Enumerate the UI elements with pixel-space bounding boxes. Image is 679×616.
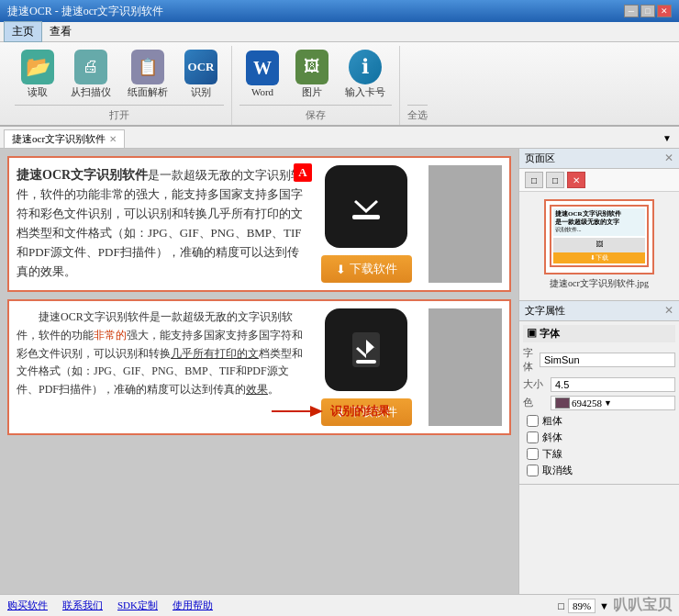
doc-block-2: 捷速OCR文字识别软件是一款超级无敌的文字识别软件，软件的功能非常的强大，能支持…: [7, 299, 511, 435]
tab-label: 捷速ocr文字识别软件: [12, 132, 106, 146]
card-label: 输入卡号: [345, 85, 385, 99]
doc-block-1: A 捷速OCR文字识别软件是一款超级无敌的文字识别软件，软件的功能非常的强大，能…: [7, 156, 511, 292]
bold-checkbox[interactable]: [527, 415, 539, 427]
title-bar: 捷速OCR - 捷速ocr文字识别软件 ─ □ ✕: [0, 0, 679, 22]
ribbon: 📂 读取 🖨 从扫描仪 📋 纸面解析 OCR 识别: [0, 42, 679, 127]
watermark-text: 叭叭宝贝: [613, 596, 672, 615]
app-title: 捷速OCR - 捷速ocr文字识别软件: [7, 4, 163, 19]
open-group-label: 打开: [15, 105, 224, 125]
ribbon-group-save: W Word 🖼 图片 ℹ 输入卡号 保存: [232, 46, 400, 125]
save-buttons: W Word 🖼 图片 ℹ 输入卡号: [239, 46, 392, 103]
thumb-image-area: 🖼: [553, 238, 645, 252]
tab-bar: 捷速ocr文字识别软件 ✕ ▼: [0, 127, 679, 149]
thumbnail-toolbar: □ □ ✕: [519, 169, 679, 192]
thumb-btn-delete[interactable]: ✕: [567, 172, 585, 188]
status-bar: 购买软件 联系我们 SDK定制 使用帮助 □ 89% ▼ 叭叭宝贝: [0, 594, 679, 616]
thumb-btn-2[interactable]: □: [546, 172, 564, 188]
collapse-icon: ▣: [527, 328, 537, 339]
page-thumb: 捷速OCR文字识别软件是一款超级无敌的文字 识别软件... 🖼 ⬇下载: [544, 199, 654, 274]
read-button[interactable]: 📂 读取: [15, 48, 61, 102]
parse-button[interactable]: 📋 纸面解析: [121, 48, 174, 102]
identify-label: 识别: [191, 85, 211, 99]
strikethrough-checkbox[interactable]: [527, 465, 539, 476]
text-props-close[interactable]: ✕: [664, 304, 673, 318]
scan-label: 从扫描仪: [71, 85, 111, 99]
font-color-label: 色: [523, 396, 551, 409]
thumb-text-area: 捷速OCR文字识别软件是一款超级无敌的文字 识别软件...: [553, 208, 645, 236]
image-label: 图片: [302, 85, 322, 99]
strikethrough-checkbox-row: 取消线: [523, 464, 675, 477]
font-face-label: 字体: [523, 346, 540, 374]
status-right: □ 89% ▼ 叭叭宝贝: [558, 596, 672, 615]
zoom-dropdown[interactable]: ▼: [599, 600, 609, 611]
status-link-sdk[interactable]: SDK定制: [117, 599, 158, 612]
download-button-1[interactable]: ⬇ 下载软件: [321, 255, 412, 283]
annotation-container: 识别的结果: [272, 400, 390, 422]
word-icon: W: [246, 51, 279, 84]
text-props-body: ▣ 字体 字体 大小 色 694258 ▼: [519, 321, 679, 484]
underline-label: 下線: [542, 447, 562, 461]
maximize-button[interactable]: □: [640, 5, 655, 17]
gray-area-2: [429, 308, 502, 426]
status-link-buy[interactable]: 购买软件: [7, 599, 48, 612]
menu-item-home[interactable]: 主页: [4, 21, 42, 42]
main-area: A 捷速OCR文字识别软件是一款超级无敌的文字识别软件，软件的功能非常的强大，能…: [0, 149, 679, 594]
status-link-help[interactable]: 使用帮助: [173, 599, 213, 612]
underline-checkbox[interactable]: [527, 448, 539, 460]
italic-checkbox[interactable]: [527, 431, 539, 443]
card-button[interactable]: ℹ 输入卡号: [339, 48, 392, 102]
font-size-input[interactable]: [551, 377, 675, 392]
read-icon: 📂: [21, 50, 54, 84]
svg-rect-4: [356, 360, 376, 364]
status-link-contact[interactable]: 联系我们: [62, 599, 103, 612]
color-swatch: [555, 398, 570, 409]
block2-text: 捷速OCR文字识别软件是一款超级无敌的文字识别软件，软件的功能非常的强大，能支持…: [17, 308, 304, 426]
identify-button[interactable]: OCR 识别: [178, 48, 224, 102]
tab-close-icon[interactable]: ✕: [109, 134, 117, 144]
ribbon-group-selectall: 全选: [400, 46, 435, 125]
identify-icon: OCR: [184, 50, 217, 84]
page-panel-close[interactable]: ✕: [664, 151, 673, 165]
scan-icon: 🖨: [74, 50, 107, 84]
minimize-button[interactable]: ─: [624, 5, 639, 17]
page-section: 页面区 ✕ □ □ ✕ 捷速OCR文字识别软件是一款超级无敌的文字 识别软件..…: [519, 149, 679, 301]
download-arrow-icon-2: [343, 327, 389, 373]
bold-checkbox-row: 粗体: [523, 414, 675, 428]
color-dropdown-icon[interactable]: ▼: [604, 398, 612, 408]
download-icon-arrow: ⬇: [336, 263, 346, 276]
image-button[interactable]: 🖼 图片: [289, 48, 335, 102]
page-section-header: 页面区 ✕: [519, 149, 679, 169]
annotation-text: 识别的结果: [330, 403, 390, 420]
block2-underline-1: 几乎所有打印的文: [171, 347, 259, 360]
font-face-input[interactable]: [540, 353, 675, 367]
parse-icon: 📋: [131, 50, 164, 84]
word-button[interactable]: W Word: [239, 49, 285, 100]
tab-dropdown-icon[interactable]: ▼: [659, 133, 675, 143]
ribbon-group-open: 📂 读取 🖨 从扫描仪 📋 纸面解析 OCR 识别: [7, 46, 232, 125]
word-label: Word: [251, 86, 273, 97]
block1-text: 捷速OCR文字识别软件是一款超级无敌的文字识别软件，软件的功能非常的强大，能支持…: [17, 165, 304, 283]
bold-label: 粗体: [542, 414, 562, 428]
menu-item-view[interactable]: 查看: [42, 22, 79, 41]
thumb-btn-1[interactable]: □: [525, 172, 543, 188]
color-picker[interactable]: 694258 ▼: [551, 396, 675, 410]
right-panel: 页面区 ✕ □ □ ✕ 捷速OCR文字识别软件是一款超级无敌的文字 识别软件..…: [518, 149, 679, 594]
block2-text-4: 。: [268, 383, 279, 396]
download-label-1: 下载软件: [350, 261, 397, 277]
download-arrow-icon: [343, 184, 389, 230]
zoom-value: 89%: [573, 600, 591, 611]
menu-bar: 主页 查看: [0, 22, 679, 42]
strikethrough-label: 取消线: [542, 464, 573, 477]
thumb-inner: 捷速OCR文字识别软件是一款超级无敌的文字 识别软件... 🖼 ⬇下载: [550, 205, 649, 267]
block1-bold-text: 捷速OCR文字识别软件: [17, 168, 148, 182]
parse-label: 纸面解析: [128, 85, 168, 99]
close-button[interactable]: ✕: [657, 5, 672, 17]
block1-right: ⬇ 下载软件: [311, 165, 421, 283]
read-label: 读取: [28, 85, 48, 99]
zoom-box: 89%: [568, 599, 596, 613]
a-marker: A: [294, 163, 312, 182]
scan-button[interactable]: 🖨 从扫描仪: [64, 48, 117, 102]
main-tab[interactable]: 捷速ocr文字识别软件 ✕: [4, 129, 125, 148]
block1-body-text: 是一款超级无敌的文字识别软件，软件的功能非常的强大，能支持多国家支持多国字符和彩…: [17, 168, 303, 278]
block2-highlight-1: 非常的: [94, 329, 127, 342]
